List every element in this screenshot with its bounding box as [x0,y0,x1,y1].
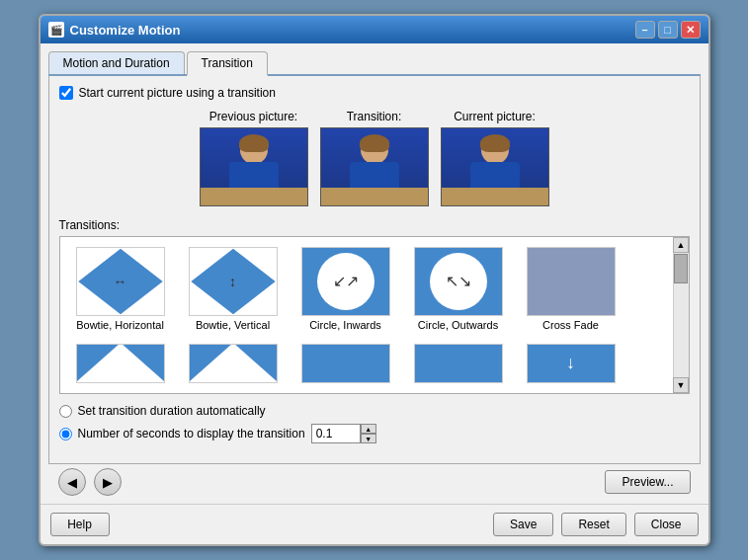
circle-in-arrows: ↙↗ [333,274,359,289]
circle-out-icon: ↖↘ [414,247,503,316]
row2-icon-4 [414,344,503,383]
customize-motion-window: 🎬 Customize Motion – □ ✕ Motion and Dura… [39,14,710,546]
radio-auto-label: Set transition duration automatically [78,404,266,418]
nav-next-button[interactable]: ▶ [94,468,122,496]
checkbox-label: Start current picture using a transition [79,86,276,100]
figure-previous [201,128,307,205]
window-title: Customize Motion [70,23,181,38]
row2-icon-1 [76,344,165,383]
bowtie-v-arrow: ↕ [229,274,236,289]
transition-item-crossfade[interactable]: Cross Fade [517,243,625,336]
titlebar-left: 🎬 Customize Motion [48,22,181,38]
desk-previous [201,188,307,205]
titlebar: 🎬 Customize Motion – □ ✕ [41,16,708,43]
transition-item-circle-out[interactable]: ↖↘ Circle, Outwards [404,243,513,336]
crossfade-icon [527,247,616,316]
current-picture-col: Current picture: [441,110,549,206]
circle-in-inner: ↙↗ [317,253,374,310]
close-button[interactable]: Close [634,513,699,536]
crossfade-shape [528,248,615,315]
circle-out-arrows: ↖↘ [446,274,471,289]
radio-manual[interactable] [59,428,72,440]
radio-manual-label: Number of seconds to display the transit… [78,427,305,440]
transitions-section: Transitions: ↔ [59,218,690,394]
scroll-track [674,253,689,377]
transition-item-row2-5[interactable]: ↓ [517,340,625,388]
bowtie-h-arrow: ↔ [114,274,127,289]
duration-spinbox: ▲ ▼ [311,424,376,443]
scroll-up-button[interactable]: ▲ [673,237,689,253]
maximize-button[interactable]: □ [658,21,678,39]
transition-name-circle-in: Circle, Inwards [309,319,381,331]
circle-in-shape: ↙↗ [302,248,389,315]
figure-current [442,128,548,205]
transition-item-bowtie-v[interactable]: ↕ Bowtie, Vertical [179,243,288,336]
previous-picture-label: Previous picture: [209,110,297,123]
start-transition-checkbox[interactable] [59,86,73,100]
bottom-area: ◀ ▶ Preview... [48,464,701,496]
desk-transition [321,188,428,205]
transition-name-bowtie-v: Bowtie, Vertical [196,319,270,331]
window-icon: 🎬 [48,22,64,38]
reset-button[interactable]: Reset [561,513,625,536]
radio-section: Set transition duration automatically Nu… [59,404,690,443]
current-picture-image [441,127,549,206]
transition-item-row2-2[interactable] [179,340,288,388]
save-button[interactable]: Save [493,513,553,536]
help-button[interactable]: Help [50,513,110,536]
transition-name-crossfade: Cross Fade [542,319,599,331]
footer-right: Save Reset Close [493,513,698,536]
transition-picture-image [320,127,429,206]
previous-picture-col: Previous picture: [200,110,308,206]
nav-buttons: ◀ ▶ [58,468,122,496]
spinbox-buttons: ▲ ▼ [361,424,376,443]
row2-icon-3 [301,344,390,383]
transition-picture-label: Transition: [347,110,402,123]
radio-auto-row: Set transition duration automatically [59,404,690,418]
radio-auto[interactable] [59,405,72,418]
scroll-thumb[interactable] [674,254,688,283]
transition-item-row2-4[interactable] [404,340,513,388]
titlebar-buttons: – □ ✕ [635,21,701,39]
scroll-down-button[interactable]: ▼ [673,377,689,393]
tab-bar: Motion and Duration Transition [48,51,701,76]
bowtie-v-tri1 [190,280,234,315]
preview-row: Previous picture: Transition: [59,110,690,206]
transition-item-row2-1[interactable] [66,340,175,388]
hair-current [480,134,510,152]
transitions-label: Transitions: [59,218,690,232]
transitions-grid-container: ↔ Bowtie, Horizontal ↕ [59,236,690,394]
circle-in-icon: ↙↗ [301,247,390,316]
spinbox-up-button[interactable]: ▲ [361,424,376,434]
minimize-button[interactable]: – [635,21,655,39]
circle-out-shape: ↖↘ [415,248,502,315]
hair-previous [239,134,269,152]
transition-item-row2-3[interactable] [291,340,400,388]
transitions-grid: ↔ Bowtie, Horizontal ↕ [60,237,673,393]
transition-item-circle-in[interactable]: ↙↗ Circle, Inwards [291,243,400,336]
bowtie-v-shape: ↕ [190,248,277,315]
row2-icon-5: ↓ [527,344,616,383]
tab-transition[interactable]: Transition [187,51,268,76]
preview-button[interactable]: Preview... [605,470,690,494]
tab-motion-duration[interactable]: Motion and Duration [48,51,185,74]
current-picture-label: Current picture: [454,110,536,123]
spinbox-down-button[interactable]: ▼ [361,434,376,443]
footer: Help Save Reset Close [41,504,708,544]
scrollbar: ▲ ▼ [673,237,689,393]
circle-out-inner: ↖↘ [430,253,487,310]
hair-transition [360,134,389,152]
content-area: Motion and Duration Transition Start cur… [41,43,708,504]
duration-input[interactable] [311,424,361,443]
desk-current [442,188,548,205]
transition-item-bowtie-h[interactable]: ↔ Bowtie, Horizontal [66,243,175,336]
close-window-button[interactable]: ✕ [681,21,701,39]
previous-picture-image [200,127,308,206]
bowtie-h-shape: ↔ [77,248,164,315]
row2-icon-2 [189,344,278,383]
transition-name-circle-out: Circle, Outwards [418,319,498,331]
transition-picture-col: Transition: [320,110,429,206]
nav-prev-button[interactable]: ◀ [58,468,86,496]
checkbox-row: Start current picture using a transition [59,86,690,100]
figure-transition [321,128,428,205]
